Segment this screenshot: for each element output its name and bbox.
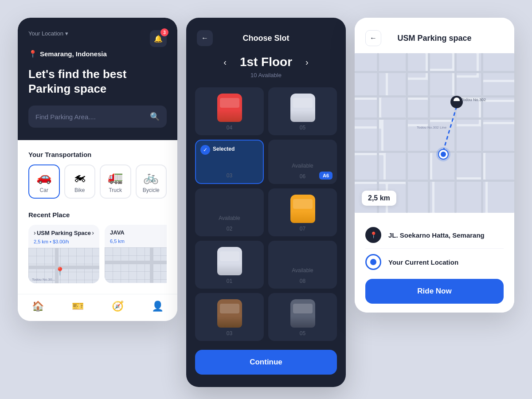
car-white2-icon xyxy=(217,247,242,275)
floor-prev-button[interactable]: ‹ xyxy=(219,55,231,69)
slot-01[interactable]: 01 xyxy=(195,241,264,289)
back-arrow-icon: ← xyxy=(201,34,208,42)
slot-05b[interactable]: 05 xyxy=(268,293,337,341)
s1-headline: Let's find the best Parking space xyxy=(28,67,167,96)
svg-rect-26 xyxy=(386,153,406,182)
svg-rect-23 xyxy=(457,126,481,151)
map-pin-icon: 📍 xyxy=(55,266,65,276)
search-box[interactable]: Find Parking Area.... 🔍 xyxy=(28,106,167,128)
map2-road-v xyxy=(150,247,153,283)
home-icon: 🏠 xyxy=(32,301,44,312)
route-item-destination: 📍 JL. Soekarno Hatta, Semarang xyxy=(365,222,504,248)
ticket-icon: 🎫 xyxy=(72,301,84,312)
transport-car[interactable]: 🚗 Car xyxy=(28,164,60,199)
svg-rect-9 xyxy=(408,80,428,98)
card-map: 📍 Todou No.30... xyxy=(28,248,99,283)
car-white-icon xyxy=(290,94,315,122)
car-red-icon xyxy=(217,94,242,122)
svg-rect-8 xyxy=(388,73,406,95)
slot-a6-available[interactable]: Available 06 A6 xyxy=(268,140,337,184)
card2-map xyxy=(105,247,167,283)
slot-03b-label: 03 xyxy=(227,330,232,336)
card2-name: JAVA xyxy=(110,229,125,236)
s1-body: Your Transportation 🚗 Car 🏍 Bike 🚛 Truck… xyxy=(18,140,177,294)
recent-section-title: Recent Place xyxy=(28,211,167,219)
recent-card-java[interactable]: JAVA 6,5 km xyxy=(105,225,167,283)
floor-name: 1st Floor xyxy=(240,55,292,69)
bottom-nav: 🏠 🎫 🧭 👤 xyxy=(18,294,177,321)
car-dark-icon xyxy=(290,299,315,328)
slot-03b[interactable]: 03 xyxy=(195,293,264,341)
headline-line2: Parking space xyxy=(28,82,106,95)
slot-08-available[interactable]: Available 08 xyxy=(268,241,337,289)
svg-text:Todou No.302 Line: Todou No.302 Line xyxy=(417,125,447,129)
notification-badge: 3 xyxy=(160,28,168,36)
bike-label: Bike xyxy=(74,187,85,193)
floor-selector: ‹ 1st Floor › xyxy=(186,55,346,72)
slot-02-available[interactable]: Available 02 xyxy=(195,188,264,236)
s2-header: ← Choose Slot xyxy=(186,18,346,55)
slot-07-label: 07 xyxy=(300,226,305,232)
s3-back-arrow-icon: ← xyxy=(370,34,377,42)
transport-section-title: Your Transportation xyxy=(28,151,167,158)
slot-a6-label: 06 xyxy=(300,173,305,180)
current-location-dot-icon xyxy=(365,254,381,270)
current-location-text: Your Current Location xyxy=(388,258,458,266)
truck-icon: 🚛 xyxy=(108,170,123,184)
nav-ticket[interactable]: 🎫 xyxy=(58,301,98,312)
s1-location-row: Your Location ▾ 🔔 3 xyxy=(28,30,167,47)
svg-rect-15 xyxy=(408,100,428,124)
s3-back-button[interactable]: ← xyxy=(365,30,381,46)
slot-a5-selected[interactable]: ✓ Selected 03 xyxy=(195,140,264,184)
bike-icon: 🏍 xyxy=(74,170,86,184)
chevron-down-icon: ▾ xyxy=(65,30,68,37)
svg-rect-3 xyxy=(408,53,426,78)
car-icon: 🚗 xyxy=(36,170,52,184)
svg-rect-29 xyxy=(457,153,483,177)
truck-label: Truck xyxy=(109,187,122,193)
car-yellow-icon xyxy=(290,195,315,223)
s1-location-label[interactable]: Your Location ▾ xyxy=(28,30,68,37)
svg-rect-44 xyxy=(428,53,430,213)
slot-04-label: 04 xyxy=(227,125,232,131)
s3-header: ← USM Parking space xyxy=(355,18,514,53)
nav-profile[interactable]: 👤 xyxy=(137,301,177,312)
svg-rect-45 xyxy=(454,53,457,213)
transport-bicycle[interactable]: 🚲 Bycicle xyxy=(136,164,167,199)
s3-body: 📍 JL. Soekarno Hatta, Semarang Your Curr… xyxy=(355,213,514,313)
map-road-v xyxy=(55,248,59,283)
floor-next-button[interactable]: › xyxy=(301,55,313,69)
search-placeholder-text: Find Parking Area.... xyxy=(35,113,145,121)
slot-05b-label: 05 xyxy=(300,330,305,336)
svg-rect-2 xyxy=(379,53,406,71)
nav-compass[interactable]: 🧭 xyxy=(98,301,137,312)
slot-05-label: 05 xyxy=(300,125,305,131)
car-brown-icon xyxy=(217,299,242,328)
slots-grid: 04 05 ✓ Selected 03 Available 06 A6 Avai… xyxy=(186,87,346,341)
map2-road-h xyxy=(105,261,167,264)
slot-04[interactable]: 04 xyxy=(195,87,264,135)
svg-rect-11 xyxy=(454,78,481,98)
s2-back-button[interactable]: ← xyxy=(197,30,213,46)
selected-label: Selected xyxy=(213,146,235,152)
headline-line1: Let's find the best xyxy=(28,67,126,81)
continue-button[interactable]: Continue xyxy=(195,350,337,375)
map2-grid xyxy=(105,247,167,283)
recent-card-usm[interactable]: › USM Parking Space › 2,5 km • $3.00/h 📍… xyxy=(28,225,99,283)
notification-bell-button[interactable]: 🔔 3 xyxy=(150,30,167,47)
card-name: USM Parking Space xyxy=(36,230,92,236)
slot-05[interactable]: 05 xyxy=(268,87,337,135)
floor-available: 10 Available xyxy=(186,72,346,78)
transport-truck[interactable]: 🚛 Truck xyxy=(100,164,131,199)
svg-text:Todou No.302: Todou No.302 xyxy=(461,98,486,102)
ride-now-button[interactable]: Ride Now xyxy=(365,279,504,304)
s1-card2-top: JAVA xyxy=(105,225,167,238)
slot-02-avail-text: Available xyxy=(219,215,240,221)
transport-bike[interactable]: 🏍 Bike xyxy=(64,164,96,199)
nav-home[interactable]: 🏠 xyxy=(18,301,58,312)
svg-rect-1 xyxy=(355,53,377,71)
bell-icon: 🔔 xyxy=(154,35,163,43)
svg-rect-42 xyxy=(377,53,379,213)
slot-07[interactable]: 07 xyxy=(268,188,337,236)
slot-02-label: 02 xyxy=(227,226,232,232)
